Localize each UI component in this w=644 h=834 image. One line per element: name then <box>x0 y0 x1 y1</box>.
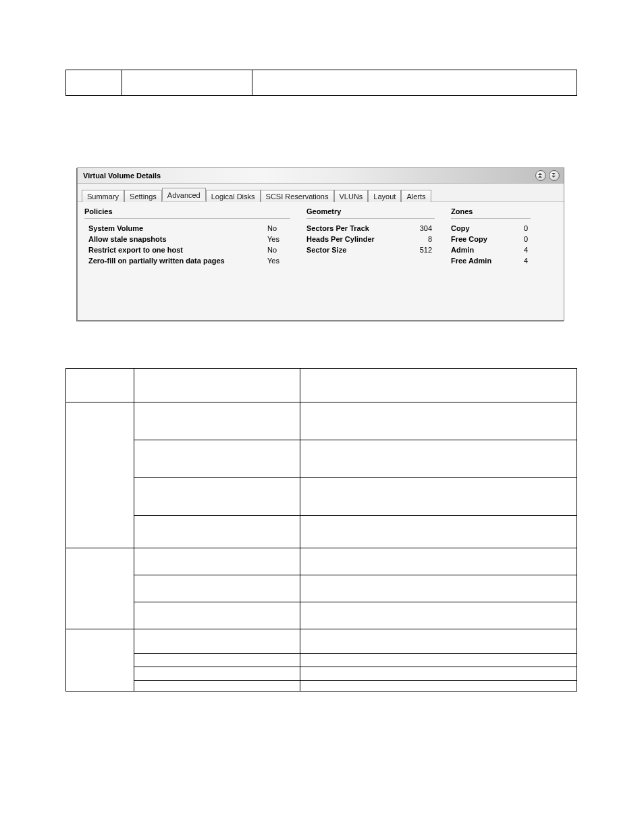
header-cell-B <box>134 369 300 402</box>
policy-label: Allow stale snapshots <box>84 234 267 244</box>
header-cell-C <box>300 369 577 402</box>
policy-value: Yes <box>267 234 290 244</box>
zones-row: Copy 0 <box>451 223 531 234</box>
geometry-value: 512 <box>405 244 432 255</box>
tabstrip: Summary Settings Advanced Logical Disks … <box>78 184 564 202</box>
collapse-down-icon[interactable] <box>549 170 560 181</box>
cell-1c <box>300 402 577 440</box>
geometry-label: Sectors Per Track <box>306 223 405 234</box>
tab-vluns[interactable]: VLUNs <box>334 190 369 202</box>
zones-row: Free Admin 4 <box>451 255 531 266</box>
zones-value: 4 <box>512 255 528 266</box>
policy-label: Zero-fill on partially written data page… <box>84 255 267 266</box>
block1-left <box>66 402 134 548</box>
cell-11c <box>300 681 577 692</box>
zones-label: Free Admin <box>451 255 512 266</box>
collapse-up-icon[interactable] <box>535 170 546 181</box>
geometry-row: Sector Size 512 <box>306 244 435 255</box>
tab-settings[interactable]: Settings <box>124 190 162 202</box>
tab-scsi-reservations[interactable]: SCSI Reservations <box>261 190 334 202</box>
header-cell-A <box>66 369 134 402</box>
policy-row: System Volume No <box>84 223 290 234</box>
geometry-label: Sector Size <box>306 244 405 255</box>
geometry-row: Sectors Per Track 304 <box>306 223 435 234</box>
policy-row: Restrict export to one host No <box>84 244 290 255</box>
top-cell-1 <box>66 70 122 96</box>
geometry-label: Heads Per Cylinder <box>306 234 405 244</box>
tab-alerts[interactable]: Alerts <box>401 190 431 202</box>
policy-row: Zero-fill on partially written data page… <box>84 255 290 266</box>
top-cell-2 <box>122 70 252 96</box>
geometry-section: Geometry Sectors Per Track 304 Heads Per… <box>306 207 435 266</box>
geometry-value: 304 <box>405 223 432 234</box>
policy-label: Restrict export to one host <box>84 244 267 255</box>
zones-section: Zones Copy 0 Free Copy 0 Admin 4 Free Ad… <box>451 207 531 266</box>
cell-6b <box>134 575 300 602</box>
cell-8c <box>300 629 577 654</box>
policy-value: Yes <box>267 255 290 266</box>
cell-10b <box>134 667 300 681</box>
cell-10c <box>300 667 577 681</box>
tab-advanced[interactable]: Advanced <box>162 188 206 201</box>
block2-left <box>66 548 134 629</box>
cell-7c <box>300 602 577 629</box>
zones-value: 4 <box>512 244 528 255</box>
policies-header: Policies <box>84 207 290 219</box>
cell-5b <box>134 548 300 575</box>
cell-9c <box>300 654 577 667</box>
zones-value: 0 <box>512 234 528 244</box>
cell-3b <box>134 478 300 516</box>
zones-label: Admin <box>451 244 512 255</box>
policy-value: No <box>267 244 290 255</box>
zones-label: Copy <box>451 223 512 234</box>
policy-label: System Volume <box>84 223 267 234</box>
tab-summary[interactable]: Summary <box>82 190 124 202</box>
geometry-header: Geometry <box>306 207 435 219</box>
tab-logical-disks[interactable]: Logical Disks <box>206 190 261 202</box>
zones-row: Free Copy 0 <box>451 234 531 244</box>
policy-value: No <box>267 223 290 234</box>
cell-8b <box>134 629 300 654</box>
policies-section: Policies System Volume No Allow stale sn… <box>84 207 290 266</box>
cell-5c <box>300 548 577 575</box>
cell-1b <box>134 402 300 440</box>
zones-row: Admin 4 <box>451 244 531 255</box>
cell-2b <box>134 440 300 478</box>
cell-6c <box>300 575 577 602</box>
top-cell-3 <box>252 70 577 96</box>
geometry-row: Heads Per Cylinder 8 <box>306 234 435 244</box>
cell-4c <box>300 516 577 548</box>
panel-titlebar: Virtual Volume Details <box>78 168 564 184</box>
top-empty-table <box>65 70 577 96</box>
block3-left <box>66 629 134 692</box>
tab-layout[interactable]: Layout <box>368 190 401 202</box>
lower-empty-table <box>65 368 577 692</box>
zones-label: Free Copy <box>451 234 512 244</box>
cell-7b <box>134 602 300 629</box>
policy-row: Allow stale snapshots Yes <box>84 234 290 244</box>
zones-value: 0 <box>512 223 528 234</box>
cell-11b <box>134 681 300 692</box>
virtual-volume-details-panel: Virtual Volume Details Summary Settings … <box>77 167 564 321</box>
panel-body: Policies System Volume No Allow stale sn… <box>78 202 564 320</box>
cell-3c <box>300 478 577 516</box>
geometry-value: 8 <box>405 234 432 244</box>
cell-9b <box>134 654 300 667</box>
cell-4b <box>134 516 300 548</box>
zones-header: Zones <box>451 207 531 219</box>
cell-2c <box>300 440 577 478</box>
panel-title: Virtual Volume Details <box>83 172 533 180</box>
